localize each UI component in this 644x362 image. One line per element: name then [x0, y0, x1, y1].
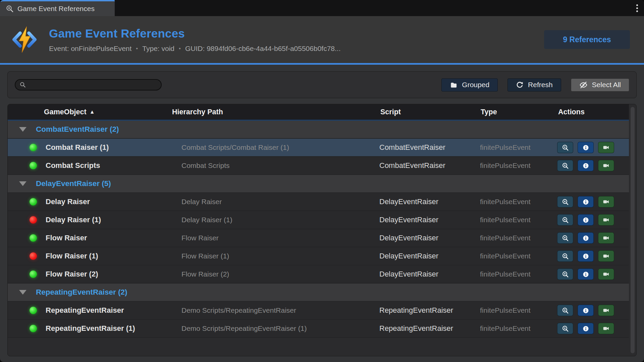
gameobject-name: RepeatingEventRaiser (1)	[46, 324, 181, 333]
group-label: RepeatingEventRaiser (2)	[36, 288, 127, 297]
gameobject-name: RepeatingEventRaiser	[46, 306, 181, 315]
column-hierarchy-path[interactable]: Hierarchy Path	[172, 108, 380, 116]
table-row[interactable]: Combat Raiser (1)Combat Scripts/Combat R…	[8, 139, 629, 157]
camera-button[interactable]	[598, 214, 614, 226]
script-name: RepeatingEventRaiser	[379, 324, 480, 333]
grouped-button[interactable]: Grouped	[441, 78, 498, 92]
table-body: CombatEventRaiser (2)Combat Raiser (1)Co…	[8, 121, 636, 338]
camera-icon	[602, 325, 610, 332]
info-icon	[582, 217, 589, 224]
hierarchy-path: Demo Scripts/RepeatingEventRaiser	[181, 306, 379, 314]
inspect-zoom-icon	[562, 325, 569, 332]
info-button[interactable]	[578, 214, 594, 226]
camera-button[interactable]	[598, 160, 614, 171]
gameobject-name: Flow Raiser (1)	[46, 252, 181, 260]
table-row[interactable]: RepeatingEventRaiserDemo Scripts/Repeati…	[8, 302, 629, 320]
refresh-button[interactable]: Refresh	[507, 78, 561, 92]
gameobject-name: Delay Raiser	[46, 197, 181, 206]
event-value: onFinitePulseEvent	[71, 45, 131, 53]
meta-separator: •	[179, 45, 181, 52]
row-actions	[557, 160, 629, 171]
hierarchy-path: Flow Raiser (2)	[181, 270, 379, 278]
row-actions	[557, 142, 629, 153]
camera-icon	[602, 307, 610, 314]
info-button[interactable]	[578, 305, 594, 316]
eye-off-icon	[579, 81, 588, 89]
column-script-label: Script	[380, 108, 401, 116]
camera-button[interactable]	[598, 232, 614, 244]
references-count-badge: 9 References	[544, 30, 630, 49]
scrollbar[interactable]	[631, 107, 635, 353]
inspect-button[interactable]	[557, 196, 573, 207]
column-type[interactable]: Type	[481, 108, 558, 116]
search-input[interactable]	[29, 81, 158, 89]
column-actions: Actions	[558, 108, 629, 116]
inspect-button[interactable]	[557, 323, 573, 334]
inspect-button[interactable]	[557, 214, 573, 226]
group-row[interactable]: CombatEventRaiser (2)	[8, 121, 629, 139]
camera-button[interactable]	[598, 250, 614, 262]
inspect-button[interactable]	[557, 160, 573, 171]
kebab-menu-icon[interactable]	[636, 4, 639, 13]
camera-icon	[602, 144, 610, 151]
game-event-references-window: Game Event References Game Event Referen…	[0, 0, 644, 362]
script-name: DelayEventRaiser	[379, 270, 480, 279]
camera-button[interactable]	[598, 323, 614, 334]
inspect-zoom-icon	[562, 271, 569, 278]
info-button[interactable]	[578, 142, 594, 153]
search-box[interactable]	[15, 79, 162, 90]
event-type: finitePulseEvent	[480, 198, 557, 206]
status-green-dot	[30, 270, 37, 278]
inspect-button[interactable]	[557, 268, 573, 280]
inspect-button[interactable]	[557, 250, 573, 262]
group-row[interactable]: RepeatingEventRaiser (2)	[8, 284, 629, 302]
inspect-button[interactable]	[557, 142, 573, 153]
script-name: DelayEventRaiser	[379, 197, 480, 206]
table-row[interactable]: Flow Raiser (2)Flow Raiser (2)DelayEvent…	[8, 265, 629, 284]
event-bolt-icon	[10, 25, 39, 54]
event-type: finitePulseEvent	[480, 216, 557, 224]
camera-button[interactable]	[598, 305, 614, 316]
table-row[interactable]: RepeatingEventRaiser (1)Demo Scripts/Rep…	[8, 320, 629, 338]
hierarchy-path: Combat Scripts	[181, 162, 379, 170]
table-row[interactable]: Combat ScriptsCombat ScriptsCombatEventR…	[8, 157, 629, 175]
collapse-triangle-icon[interactable]	[19, 181, 26, 186]
inspect-zoom-icon	[562, 162, 569, 169]
hierarchy-path: Delay Raiser (1)	[181, 216, 379, 224]
script-name: DelayEventRaiser	[379, 216, 480, 224]
event-type: finitePulseEvent	[480, 306, 557, 314]
table-row[interactable]: Flow Raiser (1)Flow Raiser (1)DelayEvent…	[8, 247, 629, 265]
inspect-button[interactable]	[557, 232, 573, 244]
collapse-triangle-icon[interactable]	[19, 290, 26, 295]
table-row[interactable]: Delay RaiserDelay RaiserDelayEventRaiser…	[8, 193, 629, 211]
script-name: DelayEventRaiser	[379, 234, 480, 242]
event-meta: Event: onFinitePulseEvent • Type: void •…	[49, 45, 341, 53]
group-row[interactable]: DelayEventRaiser (5)	[8, 175, 629, 193]
camera-button[interactable]	[598, 196, 614, 207]
camera-button[interactable]	[598, 142, 614, 153]
gameobject-name: Combat Raiser (1)	[46, 143, 181, 152]
inspect-button[interactable]	[557, 305, 573, 316]
status-green-dot	[30, 307, 37, 314]
hierarchy-path: Combat Scripts/Combat Raiser (1)	[181, 143, 379, 152]
column-hierarchy-path-label: Hierarchy Path	[172, 108, 223, 116]
camera-icon	[602, 234, 610, 242]
tab-game-event-references[interactable]: Game Event References	[0, 0, 115, 16]
table-row[interactable]: Delay Raiser (1)Delay Raiser (1)DelayEve…	[8, 211, 629, 229]
info-button[interactable]	[578, 196, 594, 207]
script-name: DelayEventRaiser	[379, 252, 480, 260]
camera-button[interactable]	[598, 268, 614, 280]
select-all-button[interactable]: Select All	[571, 78, 629, 92]
info-icon	[582, 144, 589, 151]
column-gameobject[interactable]: GameObject ▲	[44, 108, 172, 116]
column-script[interactable]: Script	[380, 108, 481, 116]
zoom-in-icon	[6, 5, 14, 13]
table-row[interactable]: Flow RaiserFlow RaiserDelayEventRaiserfi…	[8, 229, 629, 247]
info-button[interactable]	[578, 232, 594, 244]
info-button[interactable]	[578, 250, 594, 262]
info-button[interactable]	[578, 323, 594, 334]
status-green-dot	[30, 325, 37, 332]
info-button[interactable]	[578, 160, 594, 171]
info-button[interactable]	[578, 268, 594, 280]
collapse-triangle-icon[interactable]	[19, 127, 26, 132]
